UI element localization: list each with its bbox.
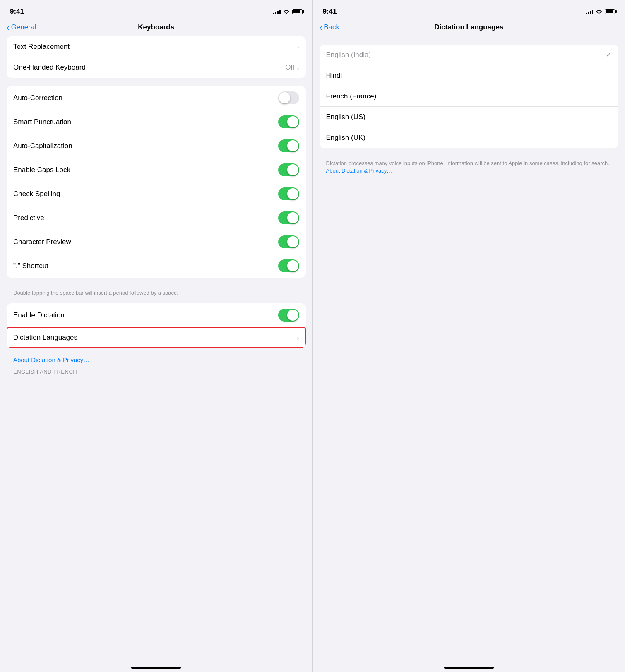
lang-english-india-label: English (India) [326, 51, 371, 59]
text-replacement-row[interactable]: Text Replacement › [7, 36, 306, 57]
wifi-icon [283, 9, 290, 14]
auto-correction-label: Auto-Correction [13, 94, 62, 102]
right-panel: 9:41 ‹ Back Dictation Languages English … [313, 0, 625, 672]
period-shortcut-toggle[interactable] [278, 259, 299, 272]
page-title-right: Dictation Languages [434, 23, 503, 31]
nav-bar-right: ‹ Back Dictation Languages [313, 20, 625, 36]
battery-icon [292, 9, 303, 14]
auto-correction-toggle[interactable] [278, 91, 299, 104]
enable-dictation-toggle[interactable] [278, 309, 299, 322]
back-button-right[interactable]: ‹ Back [320, 23, 339, 31]
back-label-right: Back [324, 23, 339, 31]
lang-hindi-row[interactable]: Hindi [320, 65, 619, 86]
left-panel: 9:41 ‹ General Keyboards Text Replacemen… [0, 0, 312, 672]
smart-punctuation-label: Smart Punctuation [13, 118, 71, 126]
lang-french-france-label: French (France) [326, 92, 377, 101]
nav-bar-left: ‹ General Keyboards [0, 20, 312, 36]
back-chevron-right: ‹ [320, 23, 322, 31]
auto-capitalization-row[interactable]: Auto-Capitalization [7, 134, 306, 158]
footer-section: About Dictation & Privacy… [7, 356, 306, 367]
lang-english-india-row[interactable]: English (India) ✓ [320, 45, 619, 65]
check-spelling-toggle[interactable] [278, 187, 299, 200]
back-button-left[interactable]: ‹ General [7, 23, 36, 31]
character-preview-label: Character Preview [13, 238, 71, 246]
dictation-caption: Dictation processes many voice inputs on… [320, 156, 619, 181]
home-bar-right [444, 667, 494, 669]
period-shortcut-row[interactable]: "." Shortcut [7, 254, 306, 278]
dictation-languages-right: › [297, 334, 299, 341]
status-time-left: 9:41 [10, 7, 24, 16]
signal-icon-right [586, 9, 593, 14]
keyboard-footer-label: ENGLISH AND FRENCH [7, 367, 306, 383]
character-preview-row[interactable]: Character Preview [7, 230, 306, 254]
one-handed-keyboard-row[interactable]: One-Handed Keyboard Off › [7, 57, 306, 78]
one-handed-keyboard-chevron: › [297, 64, 299, 71]
status-time-right: 9:41 [323, 7, 337, 16]
auto-capitalization-label: Auto-Capitalization [13, 142, 72, 150]
content-right: English (India) ✓ Hindi French (France) … [313, 36, 625, 660]
group2: Auto-Correction Smart Punctuation Auto-C… [7, 86, 306, 278]
auto-correction-row[interactable]: Auto-Correction [7, 86, 306, 110]
lang-english-uk-label: English (UK) [326, 134, 365, 142]
page-title-left: Keyboards [138, 23, 174, 31]
lang-english-india-check: ✓ [606, 50, 612, 59]
about-dictation-link-right[interactable]: About Dictation & Privacy… [326, 168, 392, 174]
check-spelling-row[interactable]: Check Spelling [7, 182, 306, 206]
back-label-left: General [11, 23, 36, 31]
home-indicator-left [0, 660, 312, 672]
one-handed-keyboard-value: Off [285, 63, 294, 72]
wifi-icon-right [596, 9, 602, 14]
lang-english-us-label: English (US) [326, 113, 365, 121]
status-icons-left [273, 9, 303, 14]
enable-dictation-label: Enable Dictation [13, 311, 65, 319]
predictive-label: Predictive [13, 214, 44, 222]
enable-caps-lock-toggle[interactable] [278, 163, 299, 176]
status-bar-left: 9:41 [0, 0, 312, 20]
period-shortcut-caption: Double tapping the space bar will insert… [7, 286, 306, 303]
status-bar-right: 9:41 [313, 0, 625, 20]
dictation-languages-row[interactable]: Dictation Languages › [7, 327, 306, 348]
content-left: Text Replacement › One-Handed Keyboard O… [0, 36, 312, 660]
enable-dictation-row[interactable]: Enable Dictation [7, 303, 306, 327]
text-replacement-right: › [297, 43, 299, 50]
back-chevron-left: ‹ [7, 23, 10, 31]
battery-icon-right [605, 9, 615, 14]
dictation-languages-label: Dictation Languages [13, 334, 77, 342]
group3: Enable Dictation Dictation Languages › [7, 303, 306, 348]
home-bar-left [131, 667, 181, 669]
predictive-row[interactable]: Predictive [7, 206, 306, 230]
group1: Text Replacement › One-Handed Keyboard O… [7, 36, 306, 78]
smart-punctuation-toggle[interactable] [278, 115, 299, 128]
predictive-toggle[interactable] [278, 211, 299, 224]
lang-english-uk-row[interactable]: English (UK) [320, 127, 619, 148]
signal-icon [273, 9, 281, 14]
period-shortcut-label: "." Shortcut [13, 262, 48, 270]
dictation-languages-chevron: › [297, 334, 299, 341]
language-list: English (India) ✓ Hindi French (France) … [320, 45, 619, 148]
auto-capitalization-toggle[interactable] [278, 139, 299, 152]
character-preview-toggle[interactable] [278, 235, 299, 248]
check-spelling-label: Check Spelling [13, 190, 60, 198]
lang-french-france-row[interactable]: French (France) [320, 86, 619, 107]
about-dictation-link[interactable]: About Dictation & Privacy… [13, 356, 89, 363]
one-handed-keyboard-label: One-Handed Keyboard [13, 63, 86, 72]
lang-english-us-row[interactable]: English (US) [320, 107, 619, 127]
smart-punctuation-row[interactable]: Smart Punctuation [7, 110, 306, 134]
home-indicator-right [313, 660, 625, 672]
text-replacement-chevron: › [297, 43, 299, 50]
enable-caps-lock-row[interactable]: Enable Caps Lock [7, 158, 306, 182]
lang-hindi-label: Hindi [326, 72, 342, 80]
one-handed-keyboard-right: Off › [285, 63, 299, 72]
text-replacement-label: Text Replacement [13, 43, 70, 51]
status-icons-right [586, 9, 615, 14]
enable-caps-lock-label: Enable Caps Lock [13, 166, 70, 174]
